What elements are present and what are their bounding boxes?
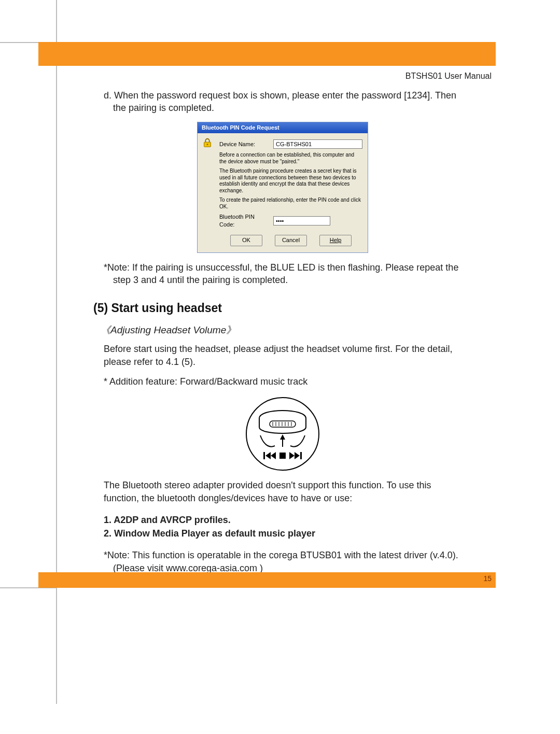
crop-mark: [56, 626, 57, 704]
note-pairing: *Note: If the pairing is unsuccessful, t…: [104, 261, 461, 287]
dialog-body: Device Name: CG-BTSHS01 Before a connect…: [198, 133, 368, 252]
header-band: [38, 42, 496, 66]
svg-point-1: [207, 144, 208, 146]
cancel-button[interactable]: Cancel: [275, 235, 307, 246]
dialog-paired-text: Before a connection can be established, …: [219, 152, 362, 165]
section-5-heading: (5) Start using headset: [93, 300, 461, 316]
crop-mark: [56, 0, 57, 626]
note-btusb: *Note: This function is operatable in th…: [104, 549, 461, 574]
lock-icon: [202, 137, 213, 149]
addition-feature-text: * Addition feature: Forward/Backward mus…: [104, 375, 461, 388]
footer-band: [38, 572, 496, 588]
dialog-enter-pin-text: To create the paired relationship, enter…: [219, 197, 362, 210]
manual-page: BTSHS01 User Manual d. When the password…: [0, 0, 560, 734]
adapter-support-text: The Bluetooth stereo adapter provided do…: [104, 479, 461, 504]
pin-code-field[interactable]: ••••: [273, 216, 330, 225]
ok-button[interactable]: OK: [230, 235, 262, 246]
device-name-field: CG-BTSHS01: [273, 139, 362, 149]
pin-dialog: Bluetooth PIN Code Request Device Name: …: [197, 122, 368, 253]
adjust-volume-text: Before start using the headset, please a…: [104, 343, 461, 368]
page-content: d. When the password request box is show…: [104, 89, 461, 582]
dialog-title: Bluetooth PIN Code Request: [198, 122, 368, 134]
headset-control-illustration: [244, 395, 321, 473]
requirement-2: 2. Window Media Player as default music …: [104, 527, 461, 540]
subheading-volume: 《Adjusting Headset Volume》: [101, 323, 461, 337]
device-name-label: Device Name:: [219, 140, 270, 148]
step-d-text: d. When the password request box is show…: [104, 89, 461, 115]
pin-code-label: Bluetooth PIN Code:: [219, 213, 270, 229]
requirement-1: 1. A2DP and AVRCP profiles.: [104, 514, 461, 526]
help-button[interactable]: Help: [319, 235, 352, 246]
svg-rect-17: [300, 452, 302, 459]
dialog-procedure-text: The Bluetooth pairing procedure creates …: [219, 168, 362, 194]
page-number: 15: [483, 574, 492, 583]
svg-rect-16: [279, 453, 286, 459]
svg-rect-13: [263, 452, 265, 459]
doc-title: BTSHS01 User Manual: [405, 72, 492, 81]
stop-icon: [279, 453, 286, 459]
